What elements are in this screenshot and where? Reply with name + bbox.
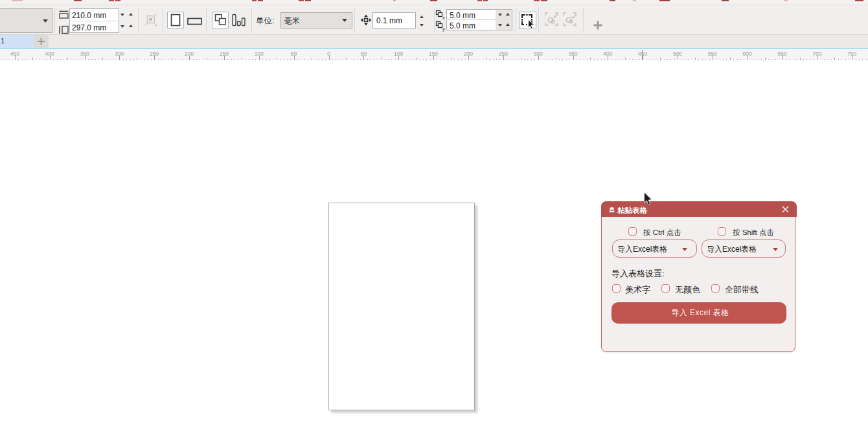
svg-text:x: x bbox=[442, 15, 445, 21]
svg-text:y: y bbox=[442, 26, 445, 32]
